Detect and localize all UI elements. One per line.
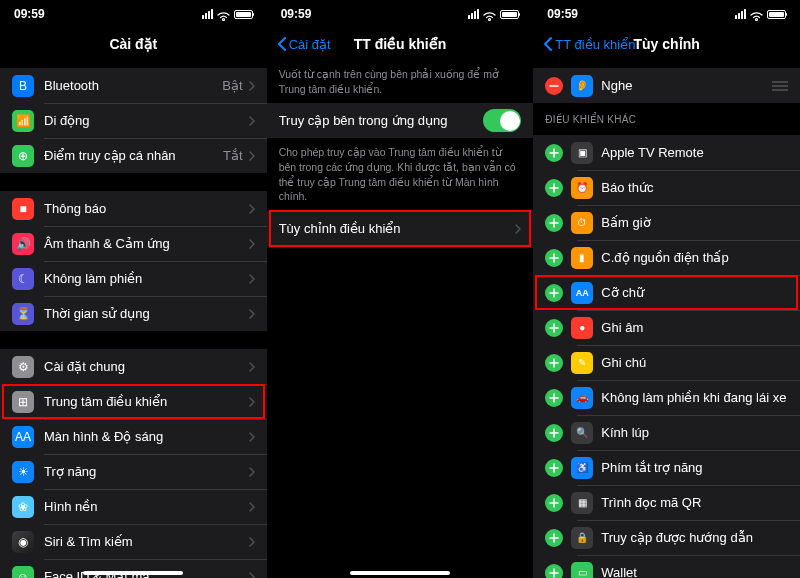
swipe-description: Vuốt từ cạnh trên cùng bên phải xuống để… [267,60,534,103]
i-atv-icon: ▣ [571,142,593,164]
included-control-row[interactable]: 👂 Nghe [533,68,800,103]
control-label: Wallet [601,565,788,578]
back-button[interactable]: Cài đặt [277,37,331,52]
settings-row[interactable]: ⊕ Điểm truy cập cá nhân Tắt [0,138,267,173]
status-bar: 09:59 [0,0,267,28]
add-button[interactable] [545,249,563,267]
row-label: Hình nền [44,499,249,514]
settings-row[interactable]: AA Màn hình & Độ sáng [0,419,267,454]
row-label: Trợ năng [44,464,249,479]
i-wall-icon: ❀ [12,496,34,518]
battery-icon [767,10,786,19]
settings-row[interactable]: ⏳ Thời gian sử dụng [0,296,267,331]
more-control-row[interactable]: 🔍 Kính lúp [533,415,800,450]
drag-handle-icon[interactable] [772,81,788,91]
home-indicator[interactable] [350,571,450,575]
more-control-row[interactable]: ● Ghi âm [533,310,800,345]
row-label: Truy cập bên trong ứng dụng [279,113,484,128]
row-label: Thông báo [44,201,249,216]
control-label: Báo thức [601,180,788,195]
control-label: Không làm phiền khi đang lái xe [601,390,788,405]
more-control-row[interactable]: AA Cỡ chữ [533,275,800,310]
chevron-icon [249,572,255,579]
settings-row[interactable]: ◉ Siri & Tìm kiếm [0,524,267,559]
settings-row[interactable]: 📶 Di động [0,103,267,138]
add-button[interactable] [545,144,563,162]
row-label: Âm thanh & Cảm ứng [44,236,249,251]
home-indicator[interactable] [83,571,183,575]
i-timer-icon: ⏱ [571,212,593,234]
add-button[interactable] [545,494,563,512]
i-qr-icon: ▦ [571,492,593,514]
add-button[interactable] [545,354,563,372]
row-label: Không làm phiền [44,271,249,286]
nav-bar: TT điều khiển Tùy chỉnh [533,28,800,60]
add-button[interactable] [545,564,563,579]
add-button[interactable] [545,214,563,232]
group-included: 👂 Nghe [533,68,800,103]
wifi-icon [217,10,230,19]
row-value: Tắt [223,148,243,163]
control-label: Ghi âm [601,320,788,335]
i-wallet-icon: ▭ [571,562,593,579]
toggle-access-within-apps[interactable] [483,109,521,132]
remove-button[interactable] [545,77,563,95]
row-label: Thời gian sử dụng [44,306,249,321]
add-button[interactable] [545,284,563,302]
settings-row[interactable]: ⚙ Cài đặt chung [0,349,267,384]
more-control-row[interactable]: ⏱ Bấm giờ [533,205,800,240]
settings-row[interactable]: ⊞ Trung tâm điều khiển [0,384,267,419]
more-control-row[interactable]: 🔒 Truy cập được hướng dẫn [533,520,800,555]
control-label: Bấm giờ [601,215,788,230]
settings-row[interactable]: ❀ Hình nền [0,489,267,524]
more-control-row[interactable]: ⏰ Báo thức [533,170,800,205]
control-label: Truy cập được hướng dẫn [601,530,788,545]
control-label: Ghi chú [601,355,788,370]
add-button[interactable] [545,459,563,477]
control-label: Phím tắt trợ năng [601,460,788,475]
i-st-icon: ⏳ [12,303,34,325]
settings-row[interactable]: ☀ Trợ năng [0,454,267,489]
status-time: 09:59 [547,7,578,21]
i-rec-icon: ● [571,317,593,339]
more-control-row[interactable]: ▮ C.độ nguồn điện thấp [533,240,800,275]
settings-row[interactable]: B Bluetooth Bật [0,68,267,103]
more-control-row[interactable]: ▭ Wallet [533,555,800,578]
wifi-icon [483,10,496,19]
more-control-row[interactable]: ▣ Apple TV Remote [533,135,800,170]
settings-row[interactable]: ☺ Face ID & Mật mã [0,559,267,578]
more-control-row[interactable]: ♿ Phím tắt trợ năng [533,450,800,485]
control-label: Apple TV Remote [601,145,788,160]
group-more-controls: ▣ Apple TV Remote ⏰ Báo thức ⏱ Bấm giờ ▮… [533,135,800,578]
i-acc-icon: ☀ [12,461,34,483]
i-siri-icon: ◉ [12,531,34,553]
chevron-icon [249,239,255,249]
row-label: Di động [44,113,249,128]
back-button[interactable]: TT điều khiển [543,37,635,52]
i-cell-icon: 📶 [12,110,34,132]
status-bar: 09:59 [533,0,800,28]
chevron-icon [249,151,255,161]
control-center-screen: 09:59 Cài đặt TT điều khiển Vuốt từ cạnh… [267,0,534,578]
row-label: Điểm truy cập cá nhân [44,148,223,163]
page-title: Cài đặt [0,36,267,52]
row-label: Bluetooth [44,78,222,93]
more-control-row[interactable]: ✎ Ghi chú [533,345,800,380]
chevron-icon [249,397,255,407]
settings-row[interactable]: ■ Thông báo [0,191,267,226]
chevron-icon [249,467,255,477]
chevron-icon [249,274,255,284]
add-button[interactable] [545,319,563,337]
add-button[interactable] [545,424,563,442]
add-button[interactable] [545,389,563,407]
settings-row[interactable]: 🔊 Âm thanh & Cảm ứng [0,226,267,261]
add-button[interactable] [545,179,563,197]
add-button[interactable] [545,529,563,547]
group-access: Truy cập bên trong ứng dụng [267,103,534,138]
chevron-icon [515,224,521,234]
row-customize-controls[interactable]: Tùy chỉnh điều khiển [267,211,534,246]
settings-row[interactable]: ☾ Không làm phiền [0,261,267,296]
more-control-row[interactable]: 🚗 Không làm phiền khi đang lái xe [533,380,800,415]
row-access-within-apps[interactable]: Truy cập bên trong ứng dụng [267,103,534,138]
more-control-row[interactable]: ▦ Trình đọc mã QR [533,485,800,520]
